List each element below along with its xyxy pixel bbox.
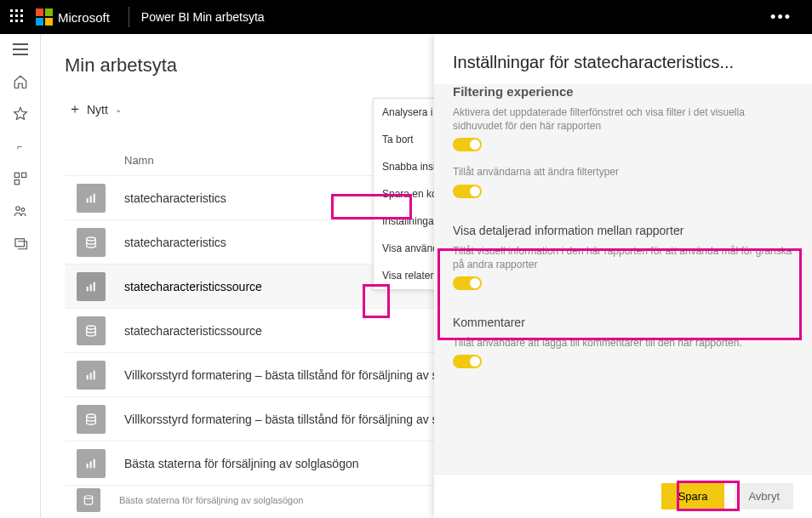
- svg-rect-16: [94, 370, 95, 379]
- nav-hamburger-icon[interactable]: [10, 39, 31, 60]
- new-button[interactable]: ＋ Nytt ⌄: [65, 95, 125, 123]
- svg-point-13: [87, 326, 96, 329]
- cross-report-toggle[interactable]: [453, 276, 482, 290]
- divider: [129, 7, 129, 27]
- svg-point-21: [84, 495, 92, 498]
- plus-icon: ＋: [68, 100, 82, 118]
- item-name: statecharacteristicssource: [124, 324, 262, 338]
- svg-rect-8: [94, 193, 95, 202]
- nav-apps-icon[interactable]: [10, 168, 31, 189]
- report-icon: [77, 449, 106, 478]
- microsoft-icon: [36, 9, 53, 26]
- svg-rect-12: [94, 282, 95, 291]
- svg-rect-5: [15, 239, 25, 247]
- new-label: Nytt: [87, 103, 108, 117]
- nav-shared-icon[interactable]: [10, 201, 31, 221]
- filtering-toggle[interactable]: [453, 138, 482, 151]
- svg-rect-18: [87, 464, 89, 468]
- svg-rect-15: [90, 373, 92, 379]
- more-icon[interactable]: •••: [757, 9, 805, 26]
- settings-panel: Inställningar för statecharacteristics..…: [434, 34, 812, 518]
- app-launcher-icon[interactable]: [10, 9, 26, 25]
- svg-rect-2: [14, 180, 19, 185]
- item-name: statecharacteristicssource: [124, 280, 262, 293]
- comments-title: Kommentarer: [453, 316, 793, 329]
- nav-favorites-icon[interactable]: [10, 104, 31, 124]
- report-icon: [77, 272, 106, 301]
- microsoft-logo: Microsoft: [36, 9, 110, 26]
- left-nav: ⌐: [0, 34, 41, 518]
- svg-point-9: [87, 237, 96, 241]
- item-name: statecharacteristics: [124, 191, 226, 205]
- svg-rect-19: [90, 461, 92, 468]
- svg-rect-6: [87, 198, 89, 202]
- item-name: Bästa staterna för försäljning av solgla…: [124, 457, 359, 470]
- filtering-title: Filtering experience: [453, 84, 574, 99]
- svg-point-17: [87, 414, 96, 418]
- report-icon: [77, 184, 106, 213]
- svg-point-4: [21, 208, 25, 212]
- svg-rect-1: [21, 173, 26, 177]
- allow-filter-types-label: Tillåt användarna att ändra filtertyper: [453, 165, 793, 179]
- top-bar: Microsoft Power BI Min arbetsyta •••: [0, 0, 812, 34]
- filtering-desc: Aktivera det uppdaterade filterfönstret …: [453, 105, 793, 133]
- panel-footer: Spara Avbryt: [434, 474, 812, 518]
- nav-recent-icon[interactable]: ⌐: [10, 136, 31, 157]
- save-button[interactable]: Spara: [661, 483, 725, 509]
- cancel-button[interactable]: Avbryt: [735, 483, 793, 509]
- allow-filter-types-toggle[interactable]: [453, 185, 482, 198]
- svg-rect-11: [90, 284, 92, 291]
- dataset-icon: [77, 316, 106, 345]
- product-title: Power BI Min arbetsyta: [141, 10, 265, 24]
- comments-toggle[interactable]: [453, 355, 482, 368]
- comments-desc: Tillåt användare att lägga till kommenta…: [453, 336, 793, 350]
- item-name: statecharacteristics: [124, 236, 226, 249]
- report-icon: [77, 361, 106, 390]
- dataset-icon: [77, 488, 100, 512]
- panel-title: Inställningar för statecharacteristics..…: [434, 34, 812, 84]
- cross-report-title: Visa detaljerad information mellan rappo…: [453, 224, 793, 237]
- dataset-icon: [77, 228, 106, 257]
- svg-rect-14: [87, 375, 89, 379]
- svg-rect-20: [94, 458, 95, 468]
- item-name: Bästa staterna för försäljning av solgla…: [119, 495, 303, 505]
- dataset-icon: [77, 405, 106, 434]
- chevron-down-icon: ⌄: [115, 105, 122, 114]
- svg-rect-10: [87, 287, 89, 291]
- svg-rect-7: [90, 196, 92, 202]
- nav-workspaces-icon[interactable]: [10, 233, 31, 253]
- cross-report-desc: Tillåt visuell information i den här rap…: [453, 244, 793, 271]
- nav-home-icon[interactable]: [10, 71, 31, 92]
- brand-text: Microsoft: [58, 10, 110, 25]
- svg-point-3: [15, 207, 20, 211]
- svg-rect-0: [14, 173, 19, 177]
